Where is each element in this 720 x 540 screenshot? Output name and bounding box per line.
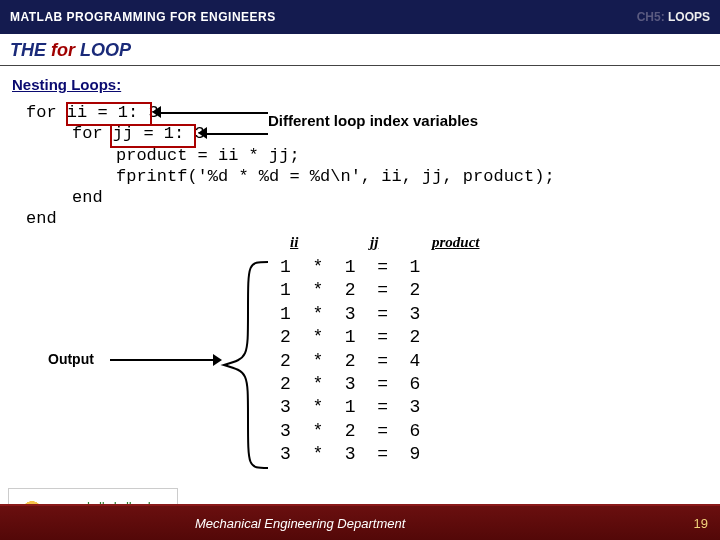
code-l5: end xyxy=(72,188,103,207)
output-row: 3 * 1 = 3 xyxy=(280,397,420,417)
chapter-label: CH5: LOOPS xyxy=(637,10,710,24)
page-number: 19 xyxy=(694,516,708,531)
chapter-prefix: CH5: xyxy=(637,10,665,24)
output-row: 1 * 2 = 2 xyxy=(280,280,420,300)
arrow-line xyxy=(160,112,268,114)
title-keyword: for xyxy=(51,40,75,60)
slide-title: THE for LOOP xyxy=(10,40,710,61)
department-name: Mechanical Engineering Department xyxy=(195,516,405,531)
col-product: product xyxy=(432,234,480,251)
content-area: Nesting Loops: Different loop index vari… xyxy=(0,66,720,496)
brace-icon xyxy=(218,258,274,472)
title-pre: THE xyxy=(10,40,51,60)
col-jj: jj xyxy=(370,234,378,251)
output-row: 3 * 2 = 6 xyxy=(280,421,420,441)
code-l2-kw: for xyxy=(72,124,113,143)
title-row: THE for LOOP xyxy=(0,34,720,66)
output-row: 2 * 1 = 2 xyxy=(280,327,420,347)
output-row: 1 * 1 = 1 xyxy=(280,257,420,277)
code-l4: fprintf('%d * %d = %d\n', ii, jj, produc… xyxy=(116,167,555,186)
output-label: Output xyxy=(48,351,94,367)
highlight-box-jj xyxy=(110,124,196,148)
output-row: 2 * 3 = 6 xyxy=(280,374,420,394)
slide-footer: Mechanical Engineering Department 19 xyxy=(0,504,720,540)
output-row: 2 * 2 = 4 xyxy=(280,351,420,371)
highlight-box-ii xyxy=(66,102,152,126)
code-l1-kw: for xyxy=(26,103,67,122)
code-l3: product = ii * jj; xyxy=(116,146,300,165)
output-row: 1 * 3 = 3 xyxy=(280,304,420,324)
code-l6: end xyxy=(26,209,57,228)
output-row: 3 * 3 = 9 xyxy=(280,444,420,464)
title-post: LOOP xyxy=(75,40,131,60)
course-title: MATLAB PROGRAMMING FOR ENGINEERS xyxy=(10,10,276,24)
arrow-line xyxy=(206,133,268,135)
slide-header: MATLAB PROGRAMMING FOR ENGINEERS CH5: LO… xyxy=(0,0,720,34)
output-table: 1 * 1 = 1 1 * 2 = 2 1 * 3 = 3 2 * 1 = 2 … xyxy=(280,256,420,467)
col-ii: ii xyxy=(290,234,298,251)
subheading: Nesting Loops: xyxy=(12,76,121,93)
chapter-topic: LOOPS xyxy=(668,10,710,24)
arrow-line xyxy=(110,359,218,361)
